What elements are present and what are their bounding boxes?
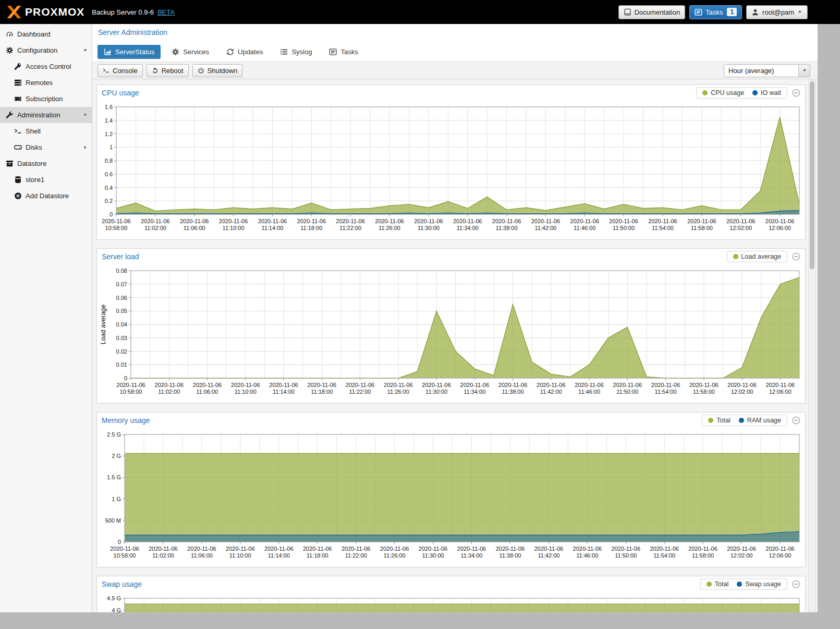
- tab-tasks[interactable]: Tasks: [323, 45, 364, 59]
- svg-text:2020-11-06: 2020-11-06: [155, 382, 184, 388]
- svg-text:2020-11-06: 2020-11-06: [110, 546, 139, 552]
- caret-down-icon: [802, 68, 807, 73]
- legend-item: RAM usage: [739, 417, 781, 424]
- svg-text:0: 0: [109, 211, 113, 217]
- svg-text:2020-11-06: 2020-11-06: [457, 546, 486, 552]
- svg-text:1.4: 1.4: [105, 117, 113, 124]
- panel-header: Memory usageTotalRAM usage: [97, 413, 805, 428]
- svg-text:2020-11-06: 2020-11-06: [116, 382, 145, 388]
- user-menu-button[interactable]: root@pam: [746, 5, 808, 19]
- tasks-button[interactable]: Tasks 1: [689, 5, 742, 19]
- beta-link[interactable]: BETA: [157, 8, 175, 16]
- svg-text:2020-11-06: 2020-11-06: [414, 218, 443, 224]
- legend-dot-icon: [733, 254, 738, 259]
- svg-text:11:58:00: 11:58:00: [693, 389, 715, 395]
- sidebar-item-shell[interactable]: Shell: [0, 123, 92, 139]
- svg-text:0.08: 0.08: [116, 268, 127, 274]
- svg-text:0.02: 0.02: [116, 348, 127, 355]
- proxmox-logo: PROXMOX: [6, 5, 84, 19]
- collapse-panel-icon[interactable]: [792, 89, 800, 97]
- svg-text:12:02:00: 12:02:00: [731, 552, 753, 559]
- svg-text:11:30:00: 11:30:00: [418, 225, 440, 231]
- svg-text:11:18:00: 11:18:00: [311, 389, 333, 395]
- collapse-panel-icon[interactable]: [792, 416, 800, 425]
- svg-text:11:14:00: 11:14:00: [261, 225, 283, 231]
- tasks-icon: [695, 8, 702, 16]
- database-icon: [14, 176, 22, 184]
- svg-text:11:46:00: 11:46:00: [578, 389, 600, 395]
- charts-area: CPU usageCPU usageIO wait2020-11-0610:58…: [92, 79, 818, 612]
- svg-text:11:42:00: 11:42:00: [538, 552, 559, 559]
- documentation-button[interactable]: Documentation: [618, 5, 685, 19]
- svg-text:0: 0: [118, 539, 121, 545]
- svg-text:11:38:00: 11:38:00: [502, 389, 524, 395]
- svg-text:2020-11-06: 2020-11-06: [375, 218, 404, 224]
- tab-updates[interactable]: Updates: [220, 45, 269, 59]
- svg-text:12:02:00: 12:02:00: [729, 225, 752, 231]
- sidebar-item-dashboard[interactable]: Dashboard: [0, 26, 92, 42]
- console-button[interactable]: Console: [98, 64, 143, 77]
- svg-text:0.6: 0.6: [105, 171, 113, 177]
- svg-text:11:30:00: 11:30:00: [422, 552, 444, 559]
- tab-label: Tasks: [340, 48, 358, 56]
- svg-text:11:50:00: 11:50:00: [616, 389, 638, 395]
- sidebar-item-configuration[interactable]: Configuration: [0, 42, 92, 58]
- dashboard-icon: [6, 30, 14, 38]
- svg-text:0: 0: [124, 375, 127, 381]
- toolbar-buttons: ConsoleRebootShutdown: [98, 64, 242, 77]
- svg-text:11:14:00: 11:14:00: [273, 389, 295, 395]
- chart-memory-usage: 2020-11-0610:58:002020-11-0611:02:002020…: [99, 429, 802, 563]
- svg-text:11:18:00: 11:18:00: [307, 552, 328, 559]
- svg-text:2020-11-06: 2020-11-06: [226, 546, 254, 552]
- user-icon: [751, 8, 759, 16]
- shutdown-button[interactable]: Shutdown: [192, 64, 243, 77]
- sidebar-item-label: Shell: [26, 127, 41, 135]
- sidebar-item-store1[interactable]: store1: [0, 172, 92, 188]
- scrollbar[interactable]: [808, 80, 816, 612]
- toolbar-button-label: Reboot: [162, 67, 184, 75]
- svg-text:11:46:00: 11:46:00: [574, 225, 595, 231]
- svg-text:2020-11-06: 2020-11-06: [570, 218, 599, 224]
- app-header: PROXMOX Backup Server 0.9-6 BETA Documen…: [0, 0, 840, 24]
- svg-text:2020-11-06: 2020-11-06: [384, 382, 412, 388]
- svg-text:2020-11-06: 2020-11-06: [613, 382, 642, 388]
- sidebar-nav: DashboardConfigurationAccess ControlRemo…: [0, 26, 92, 204]
- caret-right-icon[interactable]: [82, 144, 88, 150]
- remotes-icon: [14, 79, 22, 87]
- caret-down-icon[interactable]: [82, 112, 88, 118]
- tab-syslog[interactable]: Syslog: [274, 45, 318, 59]
- sidebar-item-administration[interactable]: Administration: [0, 107, 92, 123]
- svg-text:11:06:00: 11:06:00: [196, 389, 218, 395]
- legend-label: Total: [716, 417, 730, 424]
- tab-services[interactable]: Services: [165, 45, 215, 59]
- svg-text:10:58:00: 10:58:00: [114, 552, 136, 559]
- panel-server-load: Server loadLoad average2020-11-0610:58:0…: [96, 248, 806, 404]
- collapse-panel-icon[interactable]: [792, 580, 800, 588]
- tab-bar: ServerStatusServicesUpdatesSyslogTasks: [98, 44, 364, 59]
- combo-trigger[interactable]: [798, 65, 810, 77]
- svg-text:1: 1: [109, 144, 113, 150]
- datastore-icon: [6, 160, 14, 167]
- svg-text:11:34:00: 11:34:00: [457, 225, 479, 231]
- timeframe-select[interactable]: Hour (average): [724, 64, 810, 77]
- caret-down-icon[interactable]: [82, 47, 88, 53]
- svg-text:Load average: Load average: [100, 305, 107, 345]
- sidebar-item-label: Add Datastore: [26, 192, 69, 200]
- legend-item: IO wait: [752, 89, 781, 96]
- sidebar-item-remotes[interactable]: Remotes: [0, 75, 92, 91]
- scrollbar-thumb[interactable]: [810, 81, 814, 269]
- sidebar-item-add-datastore[interactable]: Add Datastore: [0, 188, 92, 204]
- tab-serverstatus[interactable]: ServerStatus: [98, 45, 161, 59]
- collapse-panel-icon[interactable]: [792, 252, 800, 261]
- panel-header: Server loadLoad average: [97, 249, 805, 264]
- sidebar-item-access-control[interactable]: Access Control: [0, 58, 92, 75]
- svg-text:1.2: 1.2: [105, 131, 113, 137]
- chart-body: 2020-11-0610:58:002020-11-0611:02:002020…: [97, 428, 805, 567]
- sidebar-item-subscription[interactable]: Subscription: [0, 91, 92, 107]
- sidebar-item-datastore[interactable]: Datastore: [0, 155, 92, 172]
- sidebar-item-disks[interactable]: Disks: [0, 139, 92, 155]
- reboot-button[interactable]: Reboot: [147, 64, 189, 77]
- sidebar-item-label: store1: [26, 176, 44, 184]
- legend-item: Total: [707, 580, 728, 588]
- terminal-icon: [14, 127, 22, 135]
